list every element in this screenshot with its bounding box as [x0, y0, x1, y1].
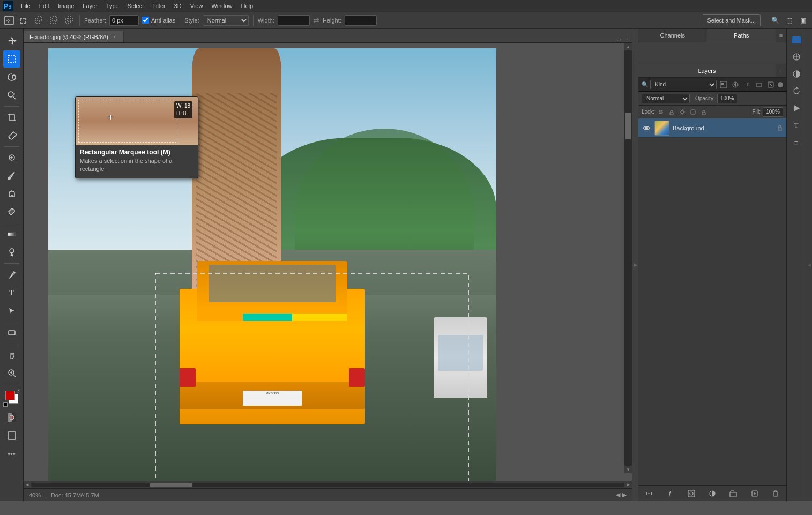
strip-adjustments-btn[interactable] [789, 66, 804, 81]
layer-adjustment-btn[interactable] [706, 488, 718, 499]
lock-position-btn[interactable] [678, 108, 687, 116]
tool-quick-select[interactable] [3, 87, 20, 104]
tabs-scroll-left[interactable]: ‹ [616, 36, 618, 42]
layer-mask-btn[interactable] [686, 488, 697, 499]
type-filter-btn[interactable]: T [742, 80, 752, 89]
tool-clone[interactable] [3, 185, 20, 203]
h-scroll-right-btn[interactable]: ► [624, 481, 632, 489]
new-selection-btn[interactable] [18, 14, 30, 26]
h-scroll-thumb[interactable] [150, 483, 192, 487]
feather-input[interactable] [109, 15, 139, 26]
layer-group-btn[interactable] [727, 488, 739, 499]
swap-colors-icon[interactable]: ↺ [16, 389, 20, 394]
far-right-collapse[interactable]: ◀ [806, 29, 812, 501]
opacity-input[interactable] [717, 94, 737, 103]
swap-wh-icon[interactable]: ⇄ [313, 16, 319, 25]
canvas-container[interactable]: MXS 375 .marching-ants { stroke: white; … [24, 43, 632, 481]
shape-filter-btn[interactable] [754, 80, 764, 89]
right-panel-collapse-left[interactable]: ▶ [632, 29, 638, 501]
v-scroll-up-btn[interactable]: ▲ [624, 43, 632, 50]
status-next-btn[interactable]: ▶ [622, 491, 627, 498]
layers-panel-menu[interactable]: ≡ [776, 64, 786, 77]
menu-select[interactable]: Select [124, 2, 148, 10]
default-colors-icon[interactable] [3, 402, 8, 407]
layer-visibility-btn[interactable] [642, 123, 651, 133]
tool-crop[interactable] [3, 109, 20, 126]
pixel-filter-btn[interactable] [719, 80, 728, 89]
tool-type[interactable]: T [3, 284, 20, 301]
menu-layer[interactable]: Layer [79, 2, 101, 10]
adjustment-filter-btn[interactable] [731, 80, 740, 89]
kind-filter-select[interactable]: Kind Name Effect Mode Attribute Color Sm… [650, 80, 717, 89]
menu-file[interactable]: File [17, 2, 34, 10]
smart-filter-btn[interactable] [766, 80, 776, 89]
tabs-expand[interactable]: ⋮ [624, 36, 630, 42]
menu-window[interactable]: Window [207, 2, 236, 10]
strip-actions-btn[interactable] [789, 101, 804, 116]
search-btn[interactable]: 🔍 [769, 14, 781, 26]
tab-paths[interactable]: Paths [707, 29, 776, 42]
tool-rectangular-marquee[interactable] [3, 50, 20, 68]
strip-layers-btn[interactable] [789, 32, 804, 47]
delete-layer-btn[interactable] [770, 488, 781, 499]
quick-mask-btn[interactable] [3, 409, 20, 426]
extra-tools-btn[interactable]: ••• [3, 445, 20, 462]
strip-channels-btn[interactable] [789, 49, 804, 64]
height-input[interactable] [345, 15, 377, 26]
document-tab[interactable]: Ecuador.jpg @ 40% (RGB/8#) × [24, 31, 124, 42]
add-selection-btn[interactable] [33, 14, 45, 26]
arrange-btn[interactable]: ▣ [797, 14, 809, 26]
layer-link-btn[interactable] [643, 488, 655, 499]
tool-zoom[interactable] [3, 364, 20, 382]
menu-3d[interactable]: 3D [170, 2, 185, 10]
lock-image-btn[interactable] [667, 108, 676, 116]
zoom-btn[interactable]: ⬚ [783, 14, 795, 26]
fg-color-swatch[interactable] [5, 391, 15, 400]
intersect-selection-btn[interactable] [63, 14, 75, 26]
tool-move[interactable] [3, 32, 20, 49]
lock-artboard-btn[interactable] [689, 108, 697, 116]
width-input[interactable] [278, 15, 310, 26]
tool-lasso[interactable] [3, 69, 20, 86]
menu-filter[interactable]: Filter [148, 2, 169, 10]
strip-history-btn[interactable] [789, 84, 804, 99]
menu-edit[interactable]: Edit [35, 2, 53, 10]
tab-close-btn[interactable]: × [111, 34, 118, 40]
strip-type-btn[interactable]: T [789, 118, 804, 133]
fill-input[interactable] [763, 107, 783, 117]
tool-gradient[interactable] [3, 226, 20, 243]
tool-dodge[interactable] [3, 244, 20, 261]
lock-all-btn[interactable] [699, 108, 708, 116]
tool-eyedropper[interactable] [3, 127, 20, 144]
new-layer-btn[interactable] [749, 488, 761, 499]
antialias-checkbox[interactable] [142, 17, 149, 24]
status-prev-btn[interactable]: ◀ [616, 491, 620, 498]
subtract-selection-btn[interactable] [48, 14, 60, 26]
background-layer-row[interactable]: Background [638, 118, 786, 138]
change-screen-mode-btn[interactable] [3, 427, 20, 444]
tabs-scroll-right[interactable]: › [620, 36, 621, 42]
tool-preset-picker[interactable]: ⊹ [3, 14, 15, 26]
channels-panel-menu[interactable]: ≡ [776, 29, 786, 42]
layer-effects-btn[interactable]: ƒ [664, 488, 676, 499]
strip-more-btn[interactable]: ≡ [789, 135, 804, 150]
v-scroll-thumb[interactable] [625, 113, 631, 139]
select-mask-btn[interactable]: Select and Mask... [703, 14, 761, 26]
menu-type[interactable]: Type [102, 2, 123, 10]
menu-view[interactable]: View [187, 2, 207, 10]
tab-channels[interactable]: Channels [638, 29, 707, 42]
style-select[interactable]: Normal Fixed Ratio Fixed Size [203, 15, 249, 26]
tool-shape[interactable] [3, 324, 20, 341]
blend-mode-select[interactable]: Normal Dissolve Multiply Screen Overlay [642, 94, 690, 103]
tool-hand[interactable] [3, 346, 20, 363]
menu-help[interactable]: Help [237, 2, 257, 10]
tool-spot-heal[interactable] [3, 149, 20, 166]
tool-eraser[interactable] [3, 204, 20, 221]
tab-layers[interactable]: Layers [638, 64, 776, 77]
lock-transparent-btn[interactable] [657, 108, 665, 116]
tool-path-select[interactable] [3, 302, 20, 319]
v-scroll-down-btn[interactable]: ▼ [624, 466, 632, 473]
menu-image[interactable]: Image [54, 2, 78, 10]
h-scroll-left-btn[interactable]: ◄ [24, 481, 31, 489]
tool-brush[interactable] [3, 167, 20, 184]
